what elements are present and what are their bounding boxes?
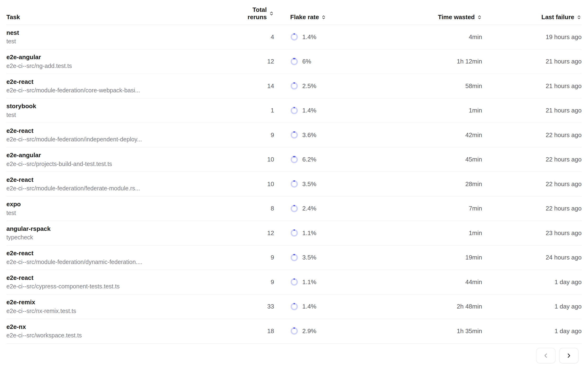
last-failure-cell: 21 hours ago (482, 107, 582, 114)
column-header-task: Task (6, 13, 234, 25)
task-name: angular-rspack (6, 225, 234, 232)
total-reruns-cell: 12 (234, 230, 274, 237)
task-target: e2e-ci--src/module-federation/independen… (6, 136, 234, 143)
task-cell: e2e-angular e2e-ci--src/ng-add.test.ts (6, 54, 234, 69)
task-cell: storybook test (6, 103, 234, 118)
table-row[interactable]: storybook test 1 1.4% 1min 21 hours ago (6, 98, 582, 123)
flake-rate-cell: 6% (274, 58, 364, 66)
time-wasted-cell: 1min (364, 230, 482, 237)
table-row[interactable]: e2e-react e2e-ci--src/module-federation/… (6, 172, 582, 197)
flake-rate-cell: 3.6% (274, 131, 364, 139)
flake-rate-cell: 1.4% (274, 33, 364, 41)
flake-rate-value: 3.6% (302, 131, 316, 139)
flake-rate-cell: 2.5% (274, 82, 364, 90)
task-cell: e2e-react e2e-ci--src/module-federation/… (6, 127, 234, 143)
table-row[interactable]: e2e-angular e2e-ci--src/projects-build-a… (6, 147, 582, 172)
flake-rate-cell: 6.2% (274, 156, 364, 164)
flake-rate-cell: 1.1% (274, 278, 364, 286)
column-header-time[interactable]: Time wasted (364, 13, 482, 25)
table-row[interactable]: e2e-react e2e-ci--src/cypress-component-… (6, 270, 582, 294)
flake-rate-donut-icon (290, 254, 298, 262)
task-target: e2e-ci--src/module-federation/dynamic-fe… (6, 259, 234, 265)
sort-icon[interactable] (576, 15, 582, 20)
flake-rate-donut-icon (290, 131, 298, 139)
flake-rate-value: 1.1% (302, 230, 316, 237)
task-target: e2e-ci--src/projects-build-and-test.test… (6, 161, 234, 167)
flake-rate-cell: 1.4% (274, 106, 364, 115)
flake-rate-value: 6% (302, 58, 311, 65)
total-reruns-cell: 9 (234, 278, 274, 286)
task-cell: e2e-react e2e-ci--src/cypress-component-… (6, 274, 234, 290)
flake-rate-value: 3.5% (302, 180, 316, 188)
time-wasted-cell: 19min (364, 254, 482, 261)
time-wasted-cell: 58min (364, 82, 482, 90)
table-row[interactable]: nest test 4 1.4% 4min 19 hours ago (6, 25, 582, 50)
flake-rate-value: 1.4% (302, 303, 316, 310)
flake-rate-value: 1.4% (302, 33, 316, 41)
next-page-button[interactable] (559, 348, 578, 364)
pagination (536, 348, 578, 364)
column-header-reruns[interactable]: Total reruns (234, 6, 274, 25)
table-body: nest test 4 1.4% 4min 19 hours ago e2e-a… (6, 25, 582, 344)
time-wasted-cell: 45min (364, 156, 482, 163)
last-failure-cell: 1 day ago (482, 303, 582, 310)
task-target: test (6, 112, 234, 118)
last-failure-cell: 23 hours ago (482, 230, 582, 237)
flake-rate-donut-icon (290, 156, 298, 164)
flake-rate-cell: 3.5% (274, 180, 364, 188)
chevron-right-icon (566, 353, 572, 359)
flake-rate-value: 2.5% (302, 82, 316, 90)
table-row[interactable]: e2e-angular e2e-ci--src/ng-add.test.ts 1… (6, 50, 582, 74)
task-cell: expo test (6, 201, 234, 216)
task-name: storybook (6, 103, 234, 110)
table-header-row: Task Total reruns Flake rate Time wasted (6, 0, 582, 25)
total-reruns-cell: 14 (234, 82, 274, 90)
table-row[interactable]: e2e-remix e2e-ci--src/nx-remix.test.ts 3… (6, 294, 582, 319)
total-reruns-cell: 33 (234, 303, 274, 310)
flake-rate-value: 1.1% (302, 278, 316, 286)
column-header-failure[interactable]: Last failure (482, 13, 582, 25)
task-target: test (6, 38, 234, 45)
task-name: nest (6, 29, 234, 36)
total-reruns-cell: 1 (234, 107, 274, 114)
table-row[interactable]: e2e-react e2e-ci--src/module-federation/… (6, 74, 582, 98)
column-header-label: Time wasted (438, 13, 475, 21)
flake-rate-donut-icon (290, 205, 298, 213)
table-row[interactable]: angular-rspack typecheck 12 1.1% 1min 23… (6, 221, 582, 246)
task-name: e2e-nx (6, 324, 234, 330)
last-failure-cell: 22 hours ago (482, 180, 582, 188)
last-failure-cell: 19 hours ago (482, 33, 582, 41)
task-cell: e2e-react e2e-ci--src/module-federation/… (6, 250, 234, 265)
total-reruns-cell: 4 (234, 33, 274, 41)
last-failure-cell: 21 hours ago (482, 82, 582, 90)
previous-page-button[interactable] (536, 348, 556, 364)
task-target: e2e-ci--src/cypress-component-tests.test… (6, 283, 234, 290)
flake-rate-donut-icon (290, 82, 298, 90)
sort-icon[interactable] (269, 11, 274, 16)
sort-icon[interactable] (321, 15, 326, 20)
sort-icon[interactable] (477, 15, 482, 20)
total-reruns-cell: 10 (234, 156, 274, 163)
column-header-flake[interactable]: Flake rate (274, 13, 364, 25)
last-failure-cell: 22 hours ago (482, 156, 582, 163)
task-target: e2e-ci--src/workspace.test.ts (6, 332, 234, 339)
total-reruns-cell: 9 (234, 131, 274, 139)
table-row[interactable]: e2e-nx e2e-ci--src/workspace.test.ts 18 … (6, 319, 582, 344)
flake-rate-donut-icon (290, 229, 298, 237)
last-failure-cell: 1 day ago (482, 327, 582, 335)
table-row[interactable]: e2e-react e2e-ci--src/module-federation/… (6, 123, 582, 147)
time-wasted-cell: 2h 48min (364, 303, 482, 310)
task-name: e2e-angular (6, 54, 234, 61)
table-row[interactable]: expo test 8 2.4% 7min 22 hours ago (6, 197, 582, 221)
total-reruns-cell: 8 (234, 205, 274, 212)
flake-rate-cell: 2.4% (274, 205, 364, 213)
table-row[interactable]: e2e-react e2e-ci--src/module-federation/… (6, 246, 582, 270)
time-wasted-cell: 1min (364, 107, 482, 114)
column-header-label: Task (6, 13, 20, 21)
task-cell: angular-rspack typecheck (6, 225, 234, 241)
flake-rate-cell: 3.5% (274, 254, 364, 262)
task-target: typecheck (6, 234, 234, 241)
flake-rate-value: 2.9% (302, 327, 316, 335)
time-wasted-cell: 1h 35min (364, 327, 482, 335)
total-reruns-cell: 9 (234, 254, 274, 261)
